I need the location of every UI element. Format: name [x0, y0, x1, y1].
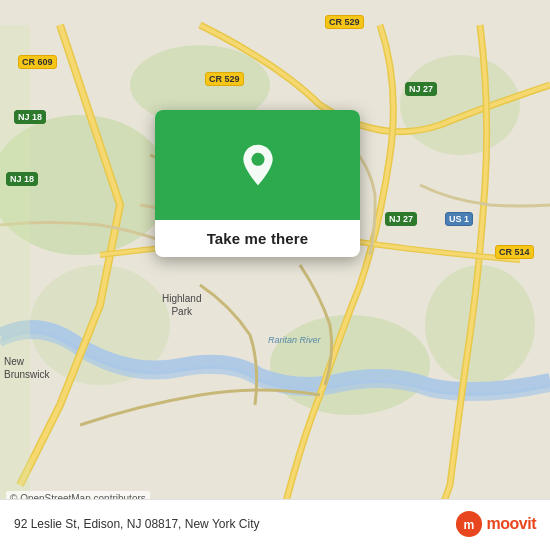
road-label-cr529-top: CR 529 — [325, 15, 364, 29]
take-me-there-button[interactable]: Take me there — [155, 220, 360, 257]
svg-rect-7 — [0, 25, 30, 525]
place-label-highland-park: HighlandPark — [162, 292, 201, 318]
popup-green-area — [155, 110, 360, 220]
address-text: 92 Leslie St, Edison, NJ 08817, New York… — [14, 517, 259, 531]
place-label-raritan-river: Raritan River — [268, 335, 321, 345]
road-label-cr529-mid: CR 529 — [205, 72, 244, 86]
popup-card: Take me there — [155, 110, 360, 257]
road-label-cr609: CR 609 — [18, 55, 57, 69]
moovit-logo: m moovit — [455, 510, 536, 538]
road-label-nj18-top: NJ 18 — [14, 110, 46, 124]
place-label-new-brunswick: NewBrunswick — [4, 355, 50, 381]
road-label-us1: US 1 — [445, 212, 473, 226]
road-label-nj27-top: NJ 27 — [405, 82, 437, 96]
moovit-wordmark: moovit — [487, 515, 536, 533]
svg-point-8 — [251, 153, 264, 166]
svg-text:m: m — [463, 518, 474, 532]
bottom-bar: 92 Leslie St, Edison, NJ 08817, New York… — [0, 499, 550, 550]
map-container[interactable]: CR 529 CR 609 NJ 18 NJ 18 CR 529 NJ 27 N… — [0, 0, 550, 550]
moovit-icon: m — [455, 510, 483, 538]
road-label-nj27-mid: NJ 27 — [385, 212, 417, 226]
road-label-nj18-left: NJ 18 — [6, 172, 38, 186]
road-label-cr514: CR 514 — [495, 245, 534, 259]
svg-point-4 — [270, 315, 430, 415]
app: CR 529 CR 609 NJ 18 NJ 18 CR 529 NJ 27 N… — [0, 0, 550, 550]
location-pin — [236, 143, 280, 187]
